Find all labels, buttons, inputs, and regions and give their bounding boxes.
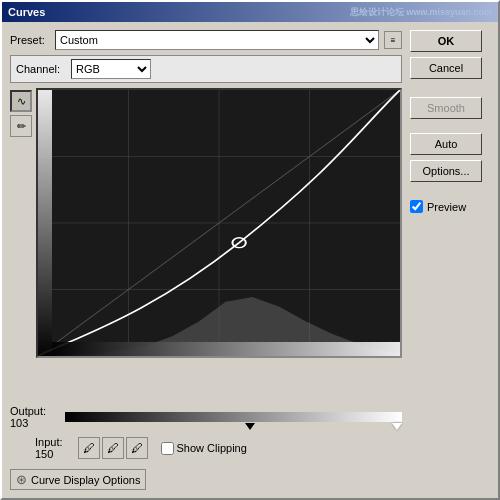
input-marker-black[interactable] [245, 423, 255, 430]
right-panel: OK Cancel Smooth Auto Options... Preview [410, 30, 490, 490]
input-row: Input: 150 🖊 🖊 🖊 Show Clipping [10, 436, 402, 460]
left-ramp [38, 90, 52, 356]
preset-row: Preset: Custom ≡ [10, 30, 402, 50]
input-label: Input: 150 [35, 436, 63, 460]
output-label: Output: 103 [10, 405, 46, 429]
output-value: 103 [10, 417, 28, 429]
options-button[interactable]: Options... [410, 160, 482, 182]
preset-select[interactable]: Custom [55, 30, 379, 50]
channel-select[interactable]: RGB [71, 59, 151, 79]
curve-container[interactable] [36, 88, 402, 358]
preview-label: Preview [427, 201, 466, 213]
preset-menu-icon[interactable]: ≡ [384, 31, 402, 49]
curve-tool-btn[interactable]: ∿ [10, 90, 32, 112]
white-eyedropper-btn[interactable]: 🖊 [126, 437, 148, 459]
curve-svg [38, 90, 400, 356]
show-clipping-checkbox[interactable] [161, 442, 174, 455]
left-panel: Preset: Custom ≡ Channel: RGB ∿ ✏ [10, 30, 402, 490]
window-title: Curves [8, 6, 45, 18]
show-clipping-label: Show Clipping [177, 442, 247, 454]
bottom-ramp [52, 342, 400, 356]
channel-label: Channel: [16, 63, 66, 75]
curve-tools: ∿ ✏ [10, 88, 32, 398]
title-bar: Curves 思绘设计论坛 www.missyuan.com [2, 2, 498, 22]
auto-button[interactable]: Auto [410, 133, 482, 155]
preview-checkbox[interactable] [410, 200, 423, 213]
channel-row: Channel: RGB [10, 55, 402, 83]
curve-display-options-btn[interactable]: ⊛ Curve Display Options [10, 469, 146, 490]
input-gradient-bar [65, 412, 402, 422]
show-clipping-row: Show Clipping [161, 442, 247, 455]
preset-label: Preset: [10, 34, 50, 46]
input-value: 150 [35, 448, 53, 460]
preview-row: Preview [410, 200, 490, 213]
input-marker-white[interactable] [392, 423, 402, 430]
bottom-row: ⊛ Curve Display Options [10, 469, 402, 490]
ok-button[interactable]: OK [410, 30, 482, 52]
gray-eyedropper-btn[interactable]: 🖊 [102, 437, 124, 459]
eyedropper-tools: 🖊 🖊 🖊 [78, 437, 148, 459]
pencil-tool-btn[interactable]: ✏ [10, 115, 32, 137]
output-row: Output: 103 [10, 405, 402, 429]
curve-area: ∿ ✏ [10, 88, 402, 398]
watermark: 思绘设计论坛 www.missyuan.com [350, 6, 492, 19]
cancel-button[interactable]: Cancel [410, 57, 482, 79]
curves-dialog: Curves 思绘设计论坛 www.missyuan.com Preset: C… [0, 0, 500, 500]
black-eyedropper-btn[interactable]: 🖊 [78, 437, 100, 459]
smooth-button[interactable]: Smooth [410, 97, 482, 119]
